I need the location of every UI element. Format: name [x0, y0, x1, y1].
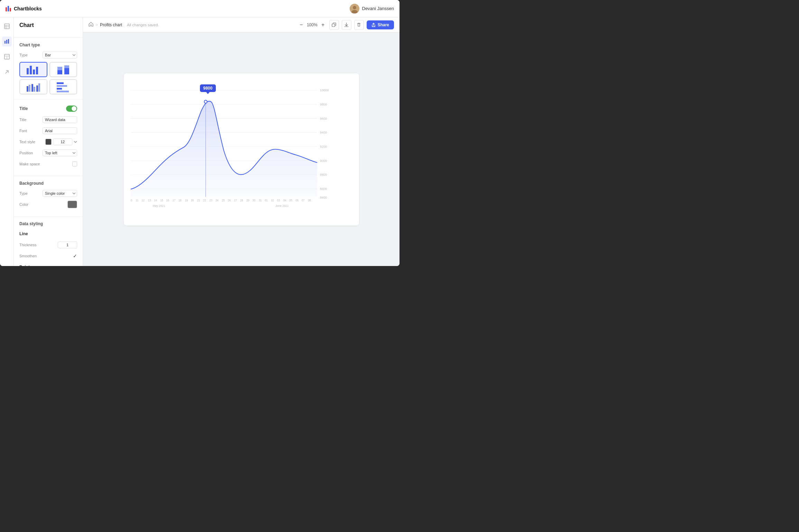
title-section-heading: Title	[19, 106, 28, 111]
svg-point-1	[353, 6, 356, 9]
icon-table[interactable]	[2, 21, 12, 31]
topbar: Chartblocks Devani Janssen	[0, 0, 400, 17]
icon-layout[interactable]	[2, 52, 12, 62]
chart-type-horizontal[interactable]	[49, 79, 77, 94]
svg-text:26: 26	[228, 199, 231, 202]
chart-type-stacked[interactable]	[49, 62, 77, 77]
breadcrumb-current: Profits chart	[100, 22, 122, 27]
bg-type-label: Type	[19, 191, 28, 195]
download-button[interactable]	[342, 20, 351, 30]
svg-text:9400: 9400	[320, 130, 327, 134]
svg-text:9000: 9000	[320, 158, 327, 162]
icon-arrow[interactable]	[2, 67, 12, 77]
chart-type-grouped[interactable]	[19, 79, 47, 94]
svg-text:24: 24	[215, 199, 218, 202]
svg-text:10: 10	[131, 199, 132, 202]
bg-type-select[interactable]: Single color Gradient	[43, 190, 77, 197]
svg-text:03: 03	[277, 199, 280, 202]
svg-text:9200: 9200	[320, 144, 327, 148]
svg-text:8600: 8600	[320, 186, 327, 190]
font-size-input[interactable]	[53, 138, 72, 145]
type-label: Type	[19, 53, 28, 57]
svg-rect-28	[57, 85, 67, 87]
svg-text:22: 22	[203, 199, 206, 202]
font-input[interactable]	[43, 127, 77, 134]
title-field-label: Title	[19, 118, 26, 122]
icon-bar	[0, 17, 14, 266]
svg-rect-29	[57, 88, 62, 90]
svg-rect-23	[31, 84, 33, 92]
delete-button[interactable]	[354, 20, 364, 30]
smoothen-check[interactable]: ✓	[73, 253, 77, 259]
copy-button[interactable]	[329, 20, 339, 30]
svg-rect-26	[38, 83, 40, 92]
logo-bar-1	[6, 7, 7, 11]
zoom-out-button[interactable]: −	[298, 21, 305, 28]
logo-bar-2	[8, 6, 9, 11]
topbar-right: Devani Janssen	[350, 4, 394, 13]
bg-color-swatch[interactable]	[67, 201, 77, 208]
zoom-in-button[interactable]: +	[320, 21, 327, 28]
tooltip-value: 9800	[203, 86, 213, 91]
svg-rect-27	[57, 82, 64, 84]
svg-text:29: 29	[246, 199, 249, 202]
type-select[interactable]: Bar Line Area	[43, 52, 77, 58]
svg-text:27: 27	[234, 199, 237, 202]
type-row: Type Bar Line Area	[19, 51, 77, 59]
svg-text:11: 11	[136, 199, 139, 202]
title-input[interactable]	[43, 116, 77, 123]
bg-color-label: Color	[19, 202, 28, 207]
chart-type-heading: Chart type	[19, 43, 77, 47]
svg-rect-7	[4, 41, 6, 44]
svg-text:8800: 8800	[320, 173, 327, 176]
svg-text:14: 14	[154, 199, 157, 202]
logo-bar-3	[10, 8, 11, 11]
svg-text:8400: 8400	[320, 195, 327, 199]
svg-text:17: 17	[172, 199, 175, 202]
title-row: Title	[19, 116, 77, 124]
svg-text:20: 20	[191, 199, 194, 202]
text-style-controls	[45, 138, 77, 145]
make-space-row: Make space	[19, 160, 77, 168]
thickness-input[interactable]	[58, 241, 77, 248]
svg-rect-22	[29, 85, 30, 92]
svg-rect-25	[36, 85, 38, 92]
chart-type-grid	[19, 62, 77, 94]
text-color-swatch[interactable]	[45, 139, 52, 145]
position-label: Position	[19, 151, 33, 155]
home-icon[interactable]	[89, 22, 93, 28]
icon-chart[interactable]	[2, 37, 12, 46]
title-toggle[interactable]	[66, 106, 77, 112]
line-label: Line	[19, 231, 28, 236]
app-name: Chartblocks	[14, 6, 42, 11]
svg-rect-3	[4, 24, 9, 29]
main-layout: Chart Chart type Type Bar Line Area	[0, 17, 400, 266]
make-space-checkbox[interactable]	[72, 162, 77, 166]
make-space-label: Make space	[19, 162, 40, 166]
share-button[interactable]: Share	[367, 20, 394, 29]
svg-text:9600: 9600	[320, 116, 327, 120]
zoom-controls: − 100% +	[298, 21, 327, 28]
breadcrumb-actions: − 100% + Share	[298, 20, 394, 30]
sidebar-header: Chart	[14, 17, 83, 38]
svg-rect-17	[57, 70, 62, 74]
svg-text:01: 01	[265, 199, 268, 202]
data-styling-heading: Data styling	[19, 221, 77, 226]
position-select[interactable]: Top left Top right Bottom left	[43, 149, 77, 156]
svg-text:June 2021: June 2021	[275, 204, 288, 207]
position-row: Position Top left Top right Bottom left	[19, 149, 77, 157]
svg-text:30: 30	[252, 199, 255, 202]
chevron-down-icon	[74, 140, 77, 144]
chart-type-bar[interactable]	[19, 62, 47, 77]
points-label: Points	[19, 265, 32, 266]
svg-text:9800: 9800	[320, 102, 327, 106]
data-styling-section: Data styling Line Thickness Smoothen ✓ P…	[14, 217, 83, 266]
svg-rect-19	[64, 68, 69, 74]
font-label: Font	[19, 129, 27, 133]
topbar-left: Chartblocks	[6, 6, 42, 11]
svg-rect-30	[57, 91, 69, 92]
breadcrumb-bar: > Profits chart All changes saved. − 100…	[83, 17, 400, 33]
zoom-level: 100%	[307, 22, 318, 27]
title-section: Title Title Font Text style	[14, 100, 83, 176]
text-style-label: Text style	[19, 140, 35, 144]
